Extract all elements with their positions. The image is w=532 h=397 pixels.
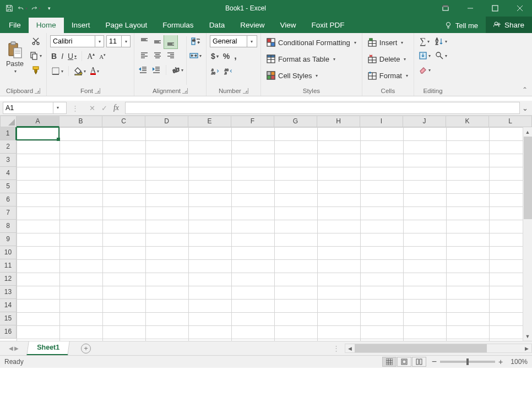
align-center-button[interactable]	[151, 48, 164, 62]
tab-view[interactable]: View	[272, 18, 303, 33]
expand-formula-bar-button[interactable]: ⌄	[520, 101, 530, 116]
horizontal-scrollbar[interactable]: ◀ ▶	[345, 344, 532, 353]
align-left-button[interactable]	[138, 48, 151, 62]
font-size-combo[interactable]: ▾	[106, 35, 131, 47]
italic-button[interactable]: I	[60, 50, 64, 62]
comma-format-button[interactable]: ,	[233, 50, 237, 62]
increase-font-button[interactable]: A▴	[86, 50, 96, 62]
font-color-button[interactable]: A	[89, 65, 100, 77]
delete-cells-button[interactable]: Delete	[366, 52, 409, 66]
minimize-button[interactable]	[458, 0, 482, 17]
column-header[interactable]: F	[231, 116, 274, 127]
underline-button[interactable]: U	[67, 50, 78, 62]
maximize-button[interactable]	[482, 0, 507, 17]
page-break-view-button[interactable]	[412, 357, 426, 367]
row-header[interactable]: 4	[0, 167, 17, 180]
cancel-formula-button[interactable]: ✕	[86, 104, 97, 112]
percent-format-button[interactable]: %	[222, 50, 231, 62]
zoom-in-button[interactable]: +	[498, 357, 503, 366]
row-header[interactable]: 1	[0, 127, 17, 140]
row-header[interactable]: 8	[0, 220, 17, 233]
increase-indent-button[interactable]	[151, 64, 162, 76]
scroll-left-button[interactable]: ◀	[345, 344, 355, 353]
borders-button[interactable]	[50, 65, 64, 77]
share-button[interactable]: Share	[486, 17, 532, 33]
align-bottom-button[interactable]	[164, 35, 177, 48]
namebox-resize-handle[interactable]: ⋮	[67, 101, 83, 115]
find-select-button[interactable]	[434, 50, 448, 62]
ribbon-display-options-button[interactable]	[433, 0, 458, 17]
format-painter-button[interactable]	[29, 64, 43, 76]
row-header[interactable]: 3	[0, 154, 17, 167]
tab-splitter[interactable]: ⋮	[328, 344, 345, 352]
cells-area[interactable]	[17, 127, 532, 341]
tell-me-search[interactable]: Tell me	[437, 18, 486, 33]
column-header[interactable]: K	[446, 116, 489, 127]
copy-button[interactable]	[29, 50, 43, 62]
row-header[interactable]: 16	[0, 325, 17, 339]
zoom-slider[interactable]	[440, 361, 495, 363]
sheet-tab-active[interactable]: Sheet1	[26, 341, 70, 355]
column-header[interactable]: J	[403, 116, 446, 127]
scroll-down-button[interactable]: ▼	[523, 331, 533, 341]
row-header[interactable]: 2	[0, 140, 17, 154]
merge-center-button[interactable]	[188, 50, 203, 62]
enter-formula-button[interactable]: ✓	[99, 104, 110, 112]
tab-home[interactable]: Home	[29, 18, 64, 33]
autosum-button[interactable]: ∑	[417, 35, 432, 47]
zoom-out-button[interactable]: −	[432, 359, 437, 365]
column-header[interactable]: B	[59, 116, 102, 127]
wrap-text-button[interactable]: ab	[188, 35, 203, 47]
row-header[interactable]: 5	[0, 180, 17, 193]
format-cells-button[interactable]: Format	[366, 68, 410, 83]
insert-function-button[interactable]: fx	[111, 104, 122, 112]
tab-foxit-pdf[interactable]: Foxit PDF	[303, 18, 352, 33]
column-header[interactable]: I	[360, 116, 403, 127]
vertical-scroll-thumb[interactable]	[524, 137, 532, 219]
increase-decimal-button[interactable]: .0.00	[210, 65, 221, 77]
tab-file[interactable]: File	[1, 18, 29, 33]
row-header[interactable]: 15	[0, 312, 17, 325]
row-header[interactable]: 11	[0, 259, 17, 273]
save-button[interactable]	[3, 2, 15, 14]
qat-customize-button[interactable]: ▾	[43, 2, 55, 14]
redo-button[interactable]	[30, 2, 42, 14]
row-header[interactable]: 13	[0, 286, 17, 299]
number-format-combo[interactable]: ▾	[210, 35, 257, 47]
align-top-button[interactable]	[138, 35, 151, 48]
tab-formulas[interactable]: Formulas	[155, 18, 201, 33]
row-header[interactable]: 7	[0, 206, 17, 220]
sheet-nav-next-button[interactable]: ▶	[14, 345, 19, 351]
column-header[interactable]: A	[17, 116, 59, 127]
row-header[interactable]: 9	[0, 233, 17, 246]
formula-input[interactable]	[125, 102, 520, 114]
row-header[interactable]: 10	[0, 246, 17, 259]
scroll-right-button[interactable]: ▶	[522, 344, 531, 353]
tab-page-layout[interactable]: Page Layout	[98, 18, 155, 33]
tab-insert[interactable]: Insert	[64, 18, 98, 33]
align-middle-button[interactable]	[151, 35, 164, 48]
orientation-button[interactable]: ab	[170, 64, 184, 76]
new-sheet-button[interactable]: +	[81, 344, 91, 354]
align-right-button[interactable]	[164, 48, 177, 62]
row-header[interactable]: 12	[0, 273, 17, 286]
normal-view-button[interactable]	[382, 357, 397, 367]
column-header[interactable]: E	[188, 116, 231, 127]
sort-filter-button[interactable]: AZ	[434, 35, 448, 47]
clear-button[interactable]	[417, 64, 432, 76]
font-dialog-launcher[interactable]	[95, 88, 100, 94]
page-layout-view-button[interactable]	[397, 357, 411, 367]
collapse-ribbon-button[interactable]: ⌃	[522, 86, 528, 94]
column-header[interactable]: C	[102, 116, 145, 127]
decrease-font-button[interactable]: A▾	[98, 50, 107, 62]
column-header[interactable]: L	[489, 116, 532, 127]
column-header[interactable]: H	[317, 116, 360, 127]
fill-color-button[interactable]	[73, 65, 87, 77]
column-header[interactable]: G	[274, 116, 317, 127]
font-name-combo[interactable]: ▾	[50, 35, 104, 47]
accounting-format-button[interactable]: $	[210, 50, 220, 62]
paste-button[interactable]: Paste	[3, 35, 26, 79]
alignment-dialog-launcher[interactable]	[182, 88, 188, 94]
row-header[interactable]: 6	[0, 193, 17, 206]
tab-review[interactable]: Review	[232, 18, 272, 33]
